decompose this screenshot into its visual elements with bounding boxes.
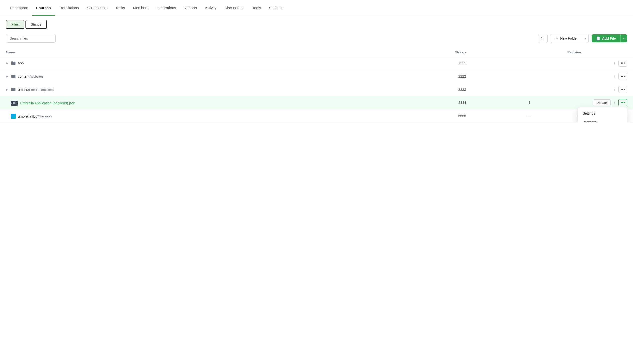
name-cell: umbrella.tbx (Glossary) <box>0 109 368 122</box>
subtab-strings[interactable]: Strings <box>25 20 47 29</box>
nav-item-tasks[interactable]: Tasks <box>111 0 129 16</box>
actions-cell: ↑ ••• <box>587 83 633 96</box>
upload-button[interactable]: ↑ <box>613 100 616 106</box>
actions-group: ↑ ••• <box>593 60 627 67</box>
nav-item-translations[interactable]: Translations <box>55 0 83 16</box>
nav-item-discussions[interactable]: Discussions <box>220 0 248 16</box>
strings-cell: 2222 <box>368 70 472 83</box>
toolbar: 🗑 ＋ New Folder ▾ 📄 Add File ▾ <box>0 29 633 48</box>
revision-dash: — <box>528 114 531 118</box>
add-file-label: Add File <box>602 36 616 40</box>
name-cell: ▶ content (Website) <box>0 70 368 83</box>
file-sub: (Glossary) <box>37 114 52 118</box>
trash-icon: 🗑 <box>541 36 545 41</box>
strings-cell: 4444 <box>368 96 472 109</box>
expand-icon[interactable]: ▶ <box>6 88 11 91</box>
revision-count: 1 <box>528 101 530 105</box>
folder-name: app <box>18 61 24 65</box>
folder-name: emails <box>18 88 28 92</box>
search-input[interactable] <box>6 34 56 43</box>
files-table: Name Strings Revision ▶ app 1111 ↑ ••• <box>0 48 633 122</box>
more-button[interactable]: ••• <box>618 73 627 80</box>
col-strings: Strings <box>368 48 472 57</box>
file-name: umbrella.tbx <box>18 114 37 118</box>
nav-item-reports[interactable]: Reports <box>180 0 201 16</box>
new-folder-button[interactable]: ＋ New Folder <box>551 34 582 43</box>
col-name: Name <box>0 48 368 57</box>
table-row: umbrella.tbx (Glossary) 5555 — ↑ ••• <box>0 109 633 122</box>
subtab-files[interactable]: Files <box>6 20 24 29</box>
update-button[interactable]: Update <box>593 100 611 106</box>
name-cell: JSON Umbrella Application (backend).json <box>0 96 368 109</box>
upload-button[interactable]: ↑ <box>613 60 616 66</box>
folder-name: content <box>18 74 29 78</box>
nav-item-screenshots[interactable]: Screenshots <box>83 0 111 16</box>
more-button[interactable]: ••• <box>618 86 627 93</box>
strings-cell: 3333 <box>368 83 472 96</box>
new-folder-icon: ＋ <box>555 36 558 41</box>
expand-icon[interactable]: ▶ <box>6 62 11 65</box>
nav-item-dashboard[interactable]: Dashboard <box>6 0 32 16</box>
more-button[interactable]: ••• <box>618 99 627 106</box>
table-row: ▶ content (Website) 2222 ↑ ••• <box>0 70 633 83</box>
name-cell: ▶ app <box>0 57 368 70</box>
revision-cell <box>472 83 587 96</box>
strings-cell: 1111 <box>368 57 472 70</box>
actions-cell: ↑ ••• <box>587 70 633 83</box>
tbx-icon <box>11 114 16 119</box>
add-file-wrap: 📄 Add File ▾ <box>591 34 627 42</box>
new-folder-wrap: ＋ New Folder ▾ <box>551 34 588 43</box>
nav-item-tools[interactable]: Tools <box>248 0 265 16</box>
table-row: ▶ app 1111 ↑ ••• <box>0 57 633 70</box>
revision-cell: — <box>472 109 587 122</box>
folder-sub: (Website) <box>29 75 43 78</box>
sub-tabs: FilesStrings <box>0 16 633 29</box>
upload-button[interactable]: ↑ <box>613 86 616 92</box>
upload-button[interactable]: ↑ <box>613 74 616 79</box>
delete-button[interactable]: 🗑 <box>538 34 548 43</box>
col-revision: Revision <box>472 48 587 57</box>
more-button[interactable]: ••• <box>618 60 627 67</box>
json-badge: JSON <box>11 101 18 106</box>
folder-sub: (Email Templates) <box>28 88 54 92</box>
name-cell: ▶ emails (Email Templates) <box>0 83 368 96</box>
menu-item-settings[interactable]: Settings <box>578 109 627 118</box>
actions-cell: ↑ ••• <box>587 57 633 70</box>
file-name-link[interactable]: Umbrella Application (backend).json <box>20 101 75 105</box>
nav-item-sources[interactable]: Sources <box>32 0 55 16</box>
nav-item-integrations[interactable]: Integrations <box>152 0 180 16</box>
add-file-icon: 📄 <box>596 36 600 40</box>
context-menu: SettingsProgressView stringsOpen in Edit… <box>577 107 627 122</box>
revision-cell: 1 <box>472 96 587 109</box>
revision-cell <box>472 70 587 83</box>
expand-icon[interactable]: ▶ <box>6 75 11 78</box>
add-file-dropdown-button[interactable]: ▾ <box>620 34 627 42</box>
revision-cell <box>472 57 587 70</box>
main-nav: DashboardSourcesTranslationsScreenshotsT… <box>0 0 633 16</box>
folder-icon <box>11 74 16 79</box>
folder-icon <box>11 87 16 92</box>
nav-item-settings[interactable]: Settings <box>265 0 286 16</box>
actions-group: Update ↑ ••• SettingsProgressView string… <box>593 99 627 106</box>
new-folder-dropdown-button[interactable]: ▾ <box>582 34 588 43</box>
menu-item-progress[interactable]: Progress <box>578 118 627 122</box>
actions-group: ↑ ••• <box>593 86 627 93</box>
table-row: ▶ emails (Email Templates) 3333 ↑ ••• <box>0 83 633 96</box>
strings-cell: 5555 <box>368 109 472 122</box>
actions-group: ↑ ••• <box>593 73 627 80</box>
actions-cell: Update ↑ ••• SettingsProgressView string… <box>587 96 633 109</box>
folder-icon <box>11 61 16 66</box>
nav-item-activity[interactable]: Activity <box>201 0 221 16</box>
new-folder-label: New Folder <box>560 36 578 40</box>
table-row: JSON Umbrella Application (backend).json… <box>0 96 633 109</box>
add-file-button[interactable]: 📄 Add File <box>591 34 620 42</box>
nav-item-members[interactable]: Members <box>129 0 152 16</box>
